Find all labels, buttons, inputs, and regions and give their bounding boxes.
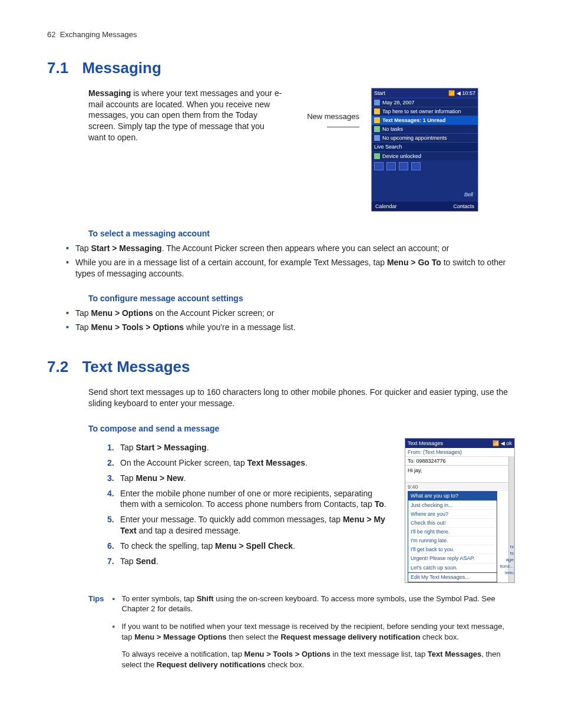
select-account-list: Tap Start > Messaging. The Account Picke… [66,243,515,279]
tips-label: Tips [88,594,104,670]
tips-block: Tips To enter symbols, tap Shift using t… [88,594,515,670]
lock-icon [374,153,380,159]
list-item: Tap Menu > New. [107,473,387,484]
my-text-option: Urgent! Please reply ASAP. [408,554,497,563]
page-number: 62 [47,30,55,39]
my-text-option: What are you up to? [408,492,497,500]
my-text-option: Where are you? [408,510,497,519]
my-text-option: I'll be right there. [408,528,497,536]
cp-message-body: Hi jay, [405,466,514,482]
text-messages-unread: Text Messages: 1 Unread [382,117,445,124]
section-title: Text Messages [82,358,190,375]
section-number: 7.1 [47,58,68,78]
list-item: To check the spelling, tap Menu > Spell … [107,541,387,552]
section-title: Messaging [82,59,161,77]
cp-from: From: (Text Messages) [405,448,514,457]
list-item: Enter your message. To quickly add commo… [107,514,387,536]
owner-icon [374,108,380,114]
heading-configure-settings: To configure message account settings [88,293,515,304]
edit-my-text-link: Edit My Text Messages... [408,572,497,582]
tips-list: To enter symbols, tap Shift using the on… [113,594,515,642]
my-text-option: Let's catch up soon. [408,564,497,572]
cp-side-labels: hitsagetions...lenu [500,544,514,576]
my-text-option: Check this out! [408,519,497,528]
list-item: Tap Send. [107,556,387,567]
bell-logo: Bell [464,191,473,198]
cp-title-left: Text Messages [408,440,443,447]
phone-start-label: Start [374,90,385,97]
list-item: Tap Start > Messaging. The Account Picke… [66,243,515,254]
heading-select-account: To select a messaging account [88,228,515,239]
section-number: 7.2 [47,357,68,377]
configure-settings-list: Tap Menu > Options on the Account Picker… [66,308,515,333]
my-text-popup: What are you up to?Just checking in...Wh… [408,491,497,582]
list-item: Tap Menu > Options on the Account Picker… [66,308,515,319]
appointments-icon [374,135,380,141]
list-item: To enter symbols, tap Shift using the on… [113,594,515,614]
softkey-right: Contacts [453,203,474,210]
tips-followup: To always receive a notification, tap Me… [113,649,515,670]
launcher-icons [372,160,478,172]
cp-time: 9:40 [405,482,514,491]
list-item: Tap Start > Messaging. [107,442,387,453]
cp-to: To: 0988324776 [405,457,514,466]
softkey-left: Calendar [375,203,397,210]
my-text-option: I'm running late. [408,536,497,545]
page-header: 62 Exchanging Messages [47,29,515,40]
tasks-icon [374,126,380,132]
list-item: On the Account Picker screen, tap Text M… [107,457,387,469]
section-7-1-heading: 7.1 Messaging [47,58,515,78]
today-screen-screenshot: Start 📶 ◀ 10:57 May 28, 2007 Tap here to… [371,88,478,212]
cp-title-right: 📶 ◀ ok [492,440,512,447]
my-text-option: I'll get back to you. [408,545,497,554]
list-item: If you want to be notified when your tex… [113,621,515,642]
section-7-1-intro: Messaging is where your text messages an… [88,88,283,143]
compose-steps: Tap Start > Messaging.On the Account Pic… [107,442,387,567]
list-item: Enter the mobile phone number of one or … [107,488,387,510]
compose-screen-screenshot: Text Messages 📶 ◀ ok From: (Text Message… [405,438,515,583]
list-item: Tap Menu > Tools > Options while you're … [66,322,515,333]
section-7-2-intro: Send short text messages up to 160 chara… [88,387,515,409]
list-item: While you are in a message list of a cer… [66,257,515,279]
my-text-option: Just checking in... [408,501,497,510]
calendar-icon [374,100,380,106]
page-section-title: Exchanging Messages [60,30,137,39]
pointer-line [327,127,359,127]
section-7-2-heading: 7.2 Text Messages [47,357,515,377]
phone-clock: 📶 ◀ 10:57 [448,90,475,97]
message-icon [374,117,380,123]
heading-compose-send: To compose and send a message [88,423,515,434]
callout-new-messages: New messages [295,88,359,132]
